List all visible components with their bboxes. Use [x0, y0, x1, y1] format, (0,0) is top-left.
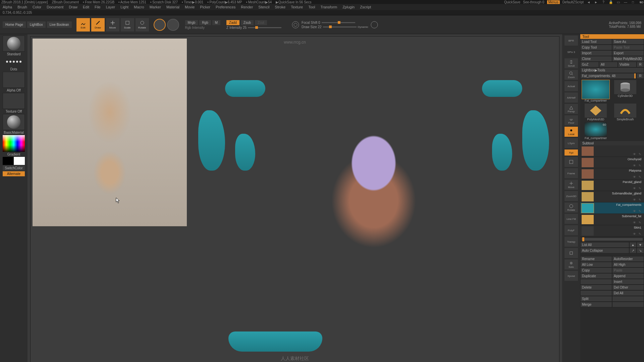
menus-button[interactable]: Menus — [547, 0, 560, 4]
actual-button[interactable]: Actual — [565, 81, 578, 91]
gizmo-circle-icon[interactable] — [154, 19, 166, 31]
subtool-item[interactable]: Submental_fat👁✎ — [580, 214, 644, 225]
zcut-button[interactable]: Zcut — [255, 20, 267, 25]
menu-material[interactable]: Material — [166, 5, 179, 9]
tool-slider[interactable]: Fat_compartments. 48 — [580, 73, 637, 79]
goz-visible-button[interactable]: Visible — [618, 62, 637, 67]
move3d-button[interactable]: Move — [565, 180, 578, 190]
tool-thumb-main[interactable]: 60Fat_compartmer — [582, 80, 610, 102]
grid-icon[interactable] — [565, 157, 578, 167]
color-picker[interactable] — [3, 135, 25, 152]
zadd-button[interactable]: Zadd — [226, 20, 239, 25]
floor-button[interactable]: Floor — [565, 115, 578, 125]
menu-brush[interactable]: Brush — [17, 5, 27, 9]
export-button[interactable]: Export — [612, 50, 644, 56]
import-button[interactable]: Import — [580, 50, 612, 56]
subtool-header[interactable]: Subtool — [580, 141, 644, 145]
subtool-scrollbar[interactable] — [582, 238, 643, 241]
menu-stencil[interactable]: Stencil — [258, 5, 269, 9]
quicksave-button[interactable]: QuickSave — [504, 0, 520, 4]
aahalf-button[interactable]: AAHalf — [565, 93, 578, 103]
menu-transform[interactable]: Transform — [320, 5, 337, 9]
color-swatches[interactable] — [3, 157, 25, 165]
solo-button[interactable]: Solo — [565, 259, 578, 269]
insert-button[interactable]: Insert — [612, 279, 644, 285]
clone-button[interactable]: Clone — [580, 56, 612, 62]
menu-layer[interactable]: Layer — [106, 5, 115, 9]
paste-subtool-button[interactable]: Paste — [612, 267, 644, 273]
auto-collapse-button[interactable]: Auto Collapse — [580, 248, 629, 253]
material-thumb[interactable] — [3, 114, 25, 130]
xyz-button[interactable]: Xyz — [565, 149, 578, 156]
goz-button[interactable]: GoZ — [580, 62, 599, 67]
copy-subtool-button[interactable]: Copy — [580, 267, 612, 273]
menu-color[interactable]: Color — [33, 5, 41, 9]
tool-thumb-cylinder[interactable]: Cylinder3D — [611, 80, 639, 102]
arrow-right-icon[interactable]: ► — [594, 0, 598, 4]
list-all-button[interactable]: List All — [580, 242, 629, 248]
spix-label[interactable]: SPix 3 — [565, 47, 578, 57]
rgb-button[interactable]: Rgb — [199, 20, 211, 25]
persp-button[interactable]: Persp — [565, 104, 578, 114]
rename-button[interactable]: Rename — [580, 256, 612, 262]
liveboolean-button[interactable]: Live Boolean — [47, 21, 72, 28]
tool-thumb-fat2[interactable]: 60Fat_compartmer — [582, 122, 610, 140]
subtool-item[interactable]: Omohyoid👁✎ — [580, 157, 644, 168]
subtool-item[interactable]: 👁✎ — [580, 145, 644, 157]
gradient-label[interactable]: Gradient — [7, 153, 20, 156]
menu-tool[interactable]: Tool — [308, 5, 315, 9]
menu-zplugin[interactable]: Zplugin — [342, 5, 355, 9]
lightbox-tools-button[interactable]: Lightbox▶Tools — [580, 67, 644, 73]
menu-marker[interactable]: Marker — [150, 5, 161, 9]
menu-movie[interactable]: Movie — [185, 5, 195, 9]
sculptris-circle-icon[interactable] — [167, 19, 179, 31]
lock-icon[interactable]: 🔒 — [608, 0, 613, 4]
move-down-button[interactable]: ▼ — [637, 242, 644, 248]
del-other-button[interactable]: Del Other — [612, 285, 644, 290]
del-all-button[interactable]: Del All — [612, 290, 644, 296]
scale-mode-button[interactable]: Scale — [121, 18, 134, 32]
polyf-button[interactable]: PolyF — [565, 225, 578, 235]
all-low-button[interactable]: All Low — [580, 262, 612, 267]
subtool-item-selected[interactable]: Fat_compartments👁✎ — [580, 202, 644, 214]
edit-mode-button[interactable]: Edit — [76, 18, 90, 32]
alpha-thumb[interactable] — [3, 72, 25, 88]
help-icon[interactable]: ? — [601, 0, 606, 4]
duplicate-button[interactable]: Duplicate — [580, 273, 612, 279]
save-as-button[interactable]: Save As — [612, 39, 644, 45]
draw-mode-button[interactable]: Draw — [91, 18, 105, 32]
split-button[interactable]: Split — [580, 296, 612, 302]
arrow-left-icon[interactable]: ◄ — [586, 0, 591, 4]
menu-preferences[interactable]: Preferences — [216, 5, 235, 9]
tool-header[interactable]: Tool — [580, 34, 644, 39]
draw-size-slider[interactable]: Draw Size 22 — [302, 25, 321, 29]
alternate-button[interactable]: Alternate — [3, 171, 25, 176]
menu-edit[interactable]: Edit — [83, 5, 89, 9]
all-high-button[interactable]: All High — [612, 262, 644, 267]
make-polymesh-button[interactable]: Make PolyMesh3D — [612, 56, 644, 62]
ghost-icon[interactable] — [565, 248, 578, 258]
menu-picker[interactable]: Picker — [200, 5, 210, 9]
viewport-canvas[interactable]: www.rrcg.cn 人人素材社区 — [28, 34, 562, 362]
mrgb-button[interactable]: Mrgb — [185, 20, 198, 25]
tool-thumb-simplebrush[interactable]: SimpleBrush — [611, 104, 639, 121]
subtool-item[interactable]: Platysma👁✎ — [580, 168, 644, 180]
load-tool-button[interactable]: Load Tool — [580, 39, 612, 45]
move-mode-button[interactable]: Move — [106, 18, 119, 32]
brush-thumb[interactable] — [3, 36, 25, 52]
menu-render[interactable]: Render — [241, 5, 253, 9]
frame-button[interactable]: Frame — [565, 168, 578, 178]
menu-draw[interactable]: Draw — [69, 5, 77, 9]
transp-button[interactable]: Transp — [565, 237, 578, 247]
maximize-icon[interactable]: □ — [631, 0, 635, 4]
scroll-button[interactable]: Scroll — [565, 58, 578, 68]
texture-thumb[interactable] — [3, 93, 25, 109]
z-intensity-slider[interactable]: Z Intensity 25 — [226, 26, 247, 29]
zoom-button[interactable]: Zoom — [565, 70, 578, 80]
goz-all-button[interactable]: All — [599, 62, 618, 67]
menu-alpha[interactable]: Alpha — [3, 5, 12, 9]
menu-document[interactable]: Document — [47, 5, 63, 9]
menu-zscript[interactable]: Zscript — [360, 5, 371, 9]
dynamic-label[interactable]: Dynamic — [358, 25, 368, 28]
merge-button[interactable]: Merge — [580, 302, 612, 307]
